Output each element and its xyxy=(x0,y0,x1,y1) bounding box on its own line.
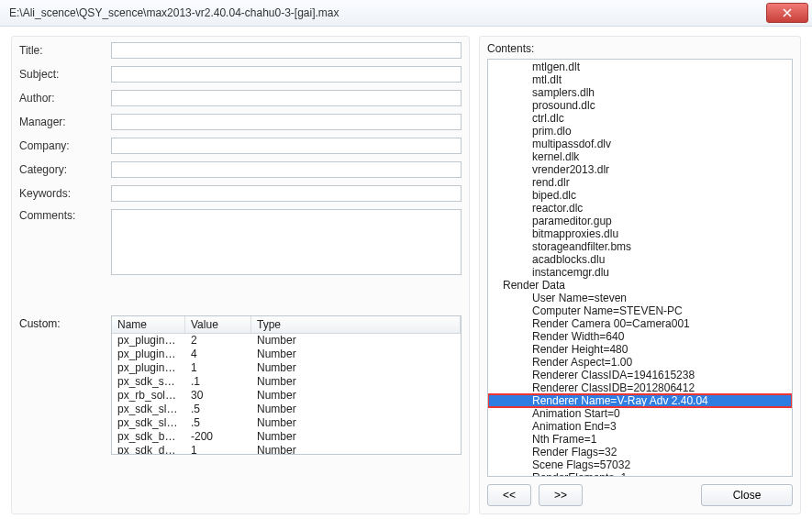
custom-row: Custom: Name Value Type px_plugin_ve...2… xyxy=(19,315,462,455)
cell-name: px_rb_solverit... xyxy=(112,389,185,403)
title-input[interactable] xyxy=(111,42,462,59)
manager-input[interactable] xyxy=(111,114,462,130)
tree-item[interactable]: Animation Start=0 xyxy=(488,407,792,420)
tree-item[interactable]: mtl.dlt xyxy=(488,73,792,86)
tree-item[interactable]: Renderer ClassIDA=1941615238 xyxy=(488,369,792,381)
keywords-row: Keywords: xyxy=(19,185,462,202)
spacer xyxy=(590,484,694,506)
title-row: Title: xyxy=(19,42,462,59)
cell-name: px_sdk_sleep... xyxy=(112,416,185,430)
tree-item[interactable]: prim.dlo xyxy=(488,125,792,138)
tree-item[interactable]: Render Width=640 xyxy=(488,330,792,343)
tree-item[interactable]: Render Camera 00=Camera001 xyxy=(488,317,792,330)
cell-value: 1 xyxy=(185,444,251,455)
cell-type: Number xyxy=(251,389,461,403)
prev-button[interactable]: << xyxy=(487,484,531,506)
next-button[interactable]: >> xyxy=(539,484,583,506)
cell-name: px_sdk_boun... xyxy=(112,430,185,444)
company-row: Company: xyxy=(19,138,462,154)
cell-type: Number xyxy=(251,348,461,361)
cell-value: .5 xyxy=(185,416,251,430)
tree-item[interactable]: multipassdof.dlv xyxy=(488,138,792,150)
custom-table-header: Name Value Type xyxy=(112,316,461,334)
tree-item[interactable]: Render Data xyxy=(488,279,792,292)
tree-item[interactable]: kernel.dlk xyxy=(488,150,792,163)
tree-item[interactable]: bitmapproxies.dlu xyxy=(488,227,792,240)
subject-label: Subject: xyxy=(19,68,111,81)
tree-item[interactable]: Render Flags=32 xyxy=(488,446,792,458)
cell-type: Number xyxy=(251,334,461,348)
table-row[interactable]: px_sdk_skin....1Number xyxy=(112,375,461,389)
tree-item[interactable]: Animation End=3 xyxy=(488,420,792,433)
table-row[interactable]: px_rb_solverit...30Number xyxy=(112,389,461,403)
comments-textarea[interactable] xyxy=(111,209,462,275)
cell-value: 1 xyxy=(185,361,251,375)
custom-header-name[interactable]: Name xyxy=(112,316,185,333)
tree-item[interactable]: samplers.dlh xyxy=(488,86,792,99)
tree-item[interactable]: storageandfilter.bms xyxy=(488,240,792,253)
custom-header-type[interactable]: Type xyxy=(251,316,461,333)
tree-item[interactable]: instancemgr.dlu xyxy=(488,266,792,279)
cell-value: .5 xyxy=(185,403,251,416)
close-button[interactable]: Close xyxy=(701,484,793,506)
tree-item[interactable]: ctrl.dlc xyxy=(488,112,792,125)
tree-item[interactable]: RenderElements=1 xyxy=(488,471,792,477)
custom-table[interactable]: Name Value Type px_plugin_ve...2Numberpx… xyxy=(111,315,462,455)
manager-label: Manager: xyxy=(19,116,111,128)
author-row: Author: xyxy=(19,90,462,106)
cell-value: .1 xyxy=(185,375,251,389)
cell-type: Number xyxy=(251,375,461,389)
company-input[interactable] xyxy=(111,138,462,154)
tree-item[interactable]: prosound.dlc xyxy=(488,99,792,112)
cell-value: 30 xyxy=(185,389,251,403)
tree-item[interactable]: Scene Flags=57032 xyxy=(488,458,792,471)
cell-value: 2 xyxy=(185,334,251,348)
comments-row: Comments: xyxy=(19,209,462,275)
manager-row: Manager: xyxy=(19,114,462,130)
cell-name: px_plugin_uni... xyxy=(112,361,185,375)
cell-type: Number xyxy=(251,416,461,430)
title-label: Title: xyxy=(19,44,111,57)
tree-item[interactable]: biped.dlc xyxy=(488,189,792,202)
window: E:\Ali_scence\QSY_scence\max2013-vr2.40.… xyxy=(0,0,812,519)
dialog-body: Title: Subject: Author: Manager: Company… xyxy=(0,27,812,519)
category-row: Category: xyxy=(19,161,462,178)
tree-item[interactable]: User Name=steven xyxy=(488,292,792,304)
keywords-input[interactable] xyxy=(111,185,462,202)
tree-item[interactable]: reactor.dlc xyxy=(488,202,792,215)
tree-item[interactable]: acadblocks.dlu xyxy=(488,253,792,266)
cell-type: Number xyxy=(251,430,461,444)
contents-tree[interactable]: mtlgen.dltmtl.dltsamplers.dlhprosound.dl… xyxy=(487,59,793,477)
subject-input[interactable] xyxy=(111,66,462,83)
tree-item[interactable]: rend.dlr xyxy=(488,176,792,189)
tree-item[interactable]: mtlgen.dlt xyxy=(488,61,792,73)
tree-item[interactable]: Render Aspect=1.00 xyxy=(488,356,792,369)
table-row[interactable]: px_plugin_ve...2Number xyxy=(112,334,461,348)
button-row: << >> Close xyxy=(487,484,793,506)
table-row[interactable]: px_sdk_dyna...1Number xyxy=(112,444,461,455)
tree-item-selected[interactable]: Renderer Name=V-Ray Adv 2.40.04 xyxy=(488,394,792,407)
tree-item[interactable]: Nth Frame=1 xyxy=(488,433,792,446)
cell-type: Number xyxy=(251,444,461,455)
window-close-button[interactable] xyxy=(766,3,808,23)
company-label: Company: xyxy=(19,139,111,152)
comments-label: Comments: xyxy=(19,209,111,222)
tree-item[interactable]: Renderer ClassIDB=2012806412 xyxy=(488,381,792,394)
titlebar: E:\Ali_scence\QSY_scence\max2013-vr2.40.… xyxy=(0,0,812,27)
category-input[interactable] xyxy=(111,161,462,178)
contents-panel: Contents: mtlgen.dltmtl.dltsamplers.dlhp… xyxy=(479,36,801,514)
table-row[interactable]: px_plugin_uni...1Number xyxy=(112,361,461,375)
tree-item[interactable]: Computer Name=STEVEN-PC xyxy=(488,304,792,317)
author-input[interactable] xyxy=(111,90,462,106)
cell-name: px_plugin_uni... xyxy=(112,348,185,361)
custom-header-value[interactable]: Value xyxy=(185,316,251,333)
table-row[interactable]: px_plugin_uni...4Number xyxy=(112,348,461,361)
subject-row: Subject: xyxy=(19,66,462,83)
tree-item[interactable]: parameditor.gup xyxy=(488,215,792,227)
table-row[interactable]: px_sdk_boun...-200Number xyxy=(112,430,461,444)
tree-item[interactable]: Render Height=480 xyxy=(488,343,792,356)
table-row[interactable]: px_sdk_sleep....5Number xyxy=(112,416,461,430)
close-icon xyxy=(783,8,792,17)
table-row[interactable]: px_sdk_sleep....5Number xyxy=(112,403,461,416)
tree-item[interactable]: vrender2013.dlr xyxy=(488,163,792,176)
